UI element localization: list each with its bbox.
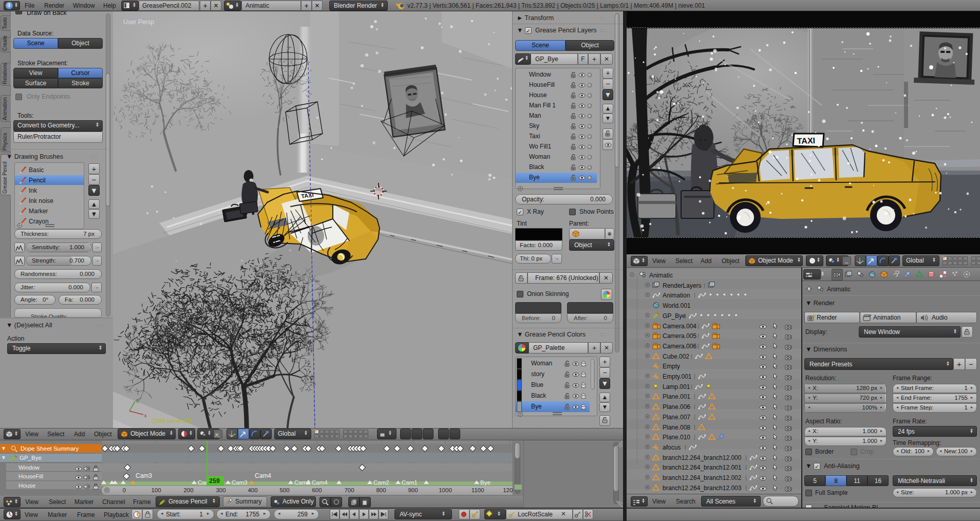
svg-text:y: y (136, 398, 139, 403)
svg-text:(259) nieve.001: (259) nieve.001 (152, 418, 193, 424)
svg-text:TAXI: TAXI (797, 136, 816, 145)
svg-text:x: x (144, 413, 147, 418)
svg-text:User Persp: User Persp (123, 18, 154, 26)
